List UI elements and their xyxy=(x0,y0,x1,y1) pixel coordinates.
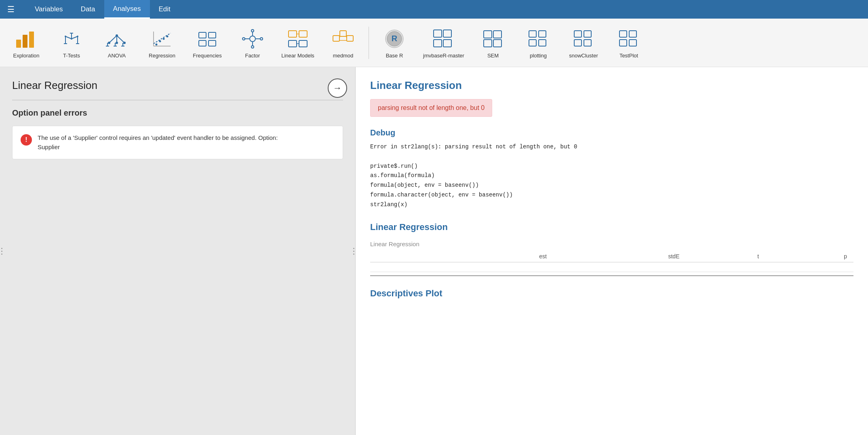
svg-rect-35 xyxy=(209,32,216,38)
regression-icon xyxy=(150,27,174,51)
right-panel: Linear Regression parsing result not of … xyxy=(356,67,868,435)
svg-line-57 xyxy=(346,36,347,38)
toolbar-base-r[interactable]: R Base R xyxy=(372,23,417,63)
base-r-label: Base R xyxy=(386,53,403,59)
sem-icon xyxy=(481,27,505,51)
toolbar-factor[interactable]: Factor xyxy=(230,23,275,63)
testplot-label: TestPlot xyxy=(619,53,638,59)
svg-line-7 xyxy=(72,36,78,39)
th-empty xyxy=(370,251,441,262)
svg-rect-48 xyxy=(299,31,307,37)
svg-text:R: R xyxy=(392,34,398,43)
left-resize-handle[interactable] xyxy=(0,243,3,259)
svg-line-56 xyxy=(339,36,340,38)
th-stde: stdE xyxy=(553,251,686,262)
debug-line-3: as.formula(formula) xyxy=(370,171,853,181)
nav-variables[interactable]: Variables xyxy=(26,0,72,19)
toolbar-plotting[interactable]: plotting xyxy=(516,23,560,63)
medmod-icon xyxy=(331,27,355,51)
svg-point-46 xyxy=(260,38,263,40)
error-text: The use of a 'Supplier' control requires… xyxy=(38,133,278,152)
svg-rect-1 xyxy=(23,35,27,48)
svg-point-33 xyxy=(166,36,169,38)
error-line2: Supplier xyxy=(38,144,60,150)
svg-rect-81 xyxy=(629,40,636,46)
nav-data[interactable]: Data xyxy=(72,0,104,19)
descriptives-title: Descriptives Plot xyxy=(370,288,853,299)
svg-point-38 xyxy=(250,36,255,42)
nav-edit[interactable]: Edit xyxy=(150,0,179,19)
section-title: Option panel errors xyxy=(12,108,343,118)
svg-rect-80 xyxy=(619,40,627,46)
svg-rect-47 xyxy=(289,31,297,37)
jmvbaser-label: jmvbaseR-master xyxy=(423,53,464,59)
svg-point-44 xyxy=(242,38,245,40)
svg-line-29 xyxy=(154,33,171,44)
svg-rect-79 xyxy=(629,31,636,37)
frequencies-icon xyxy=(195,27,219,51)
svg-rect-71 xyxy=(539,31,546,37)
exploration-label: Exploration xyxy=(13,53,39,59)
plotting-label: plotting xyxy=(530,53,547,59)
toolbar-ttests[interactable]: T-Tests xyxy=(49,23,94,63)
toolbar-snowcluster[interactable]: snowCluster xyxy=(561,23,606,63)
menu-icon[interactable]: ☰ xyxy=(4,2,18,17)
second-result-title: Linear Regression xyxy=(370,222,853,232)
svg-point-30 xyxy=(156,44,158,46)
svg-rect-78 xyxy=(619,31,627,37)
svg-rect-68 xyxy=(484,40,492,47)
toolbar-anova[interactable]: ANOVA xyxy=(95,23,139,63)
factor-icon xyxy=(240,27,265,51)
svg-rect-69 xyxy=(493,40,501,47)
right-resize-handle[interactable] xyxy=(352,243,355,259)
svg-rect-53 xyxy=(333,36,339,41)
toolbar-exploration[interactable]: Exploration xyxy=(4,23,48,63)
panel-divider xyxy=(12,100,343,100)
toolbar-linear-models[interactable]: Linear Models xyxy=(276,23,320,63)
plotting-icon xyxy=(526,27,550,51)
svg-point-42 xyxy=(251,46,254,48)
svg-rect-34 xyxy=(199,32,206,38)
toolbar-sem[interactable]: SEM xyxy=(471,23,515,63)
debug-line-2: private$.run() xyxy=(370,162,853,171)
svg-rect-54 xyxy=(340,31,346,36)
svg-point-40 xyxy=(251,30,254,32)
svg-rect-63 xyxy=(443,30,451,37)
svg-line-6 xyxy=(65,36,72,39)
linear-models-label: Linear Models xyxy=(281,53,314,59)
anova-label: ANOVA xyxy=(108,53,126,59)
anova-icon xyxy=(105,27,129,51)
svg-rect-37 xyxy=(209,40,216,46)
svg-rect-65 xyxy=(443,40,451,47)
svg-rect-70 xyxy=(529,31,536,37)
error-icon: ! xyxy=(21,134,32,146)
toolbar-frequencies[interactable]: Frequencies xyxy=(185,23,230,63)
debug-line-0: Error in str2lang(s): parsing result not… xyxy=(370,142,853,152)
nav-analyses[interactable]: Analyses xyxy=(104,0,150,19)
left-panel: Linear Regression → Option panel errors … xyxy=(0,67,356,435)
th-p: p xyxy=(765,251,853,262)
svg-rect-50 xyxy=(299,40,307,47)
debug-line-4: formula(object, env = baseenv()) xyxy=(370,181,853,190)
svg-rect-49 xyxy=(289,40,297,47)
linear-models-icon xyxy=(286,27,310,51)
navbar: ☰ Variables Data Analyses Edit xyxy=(0,0,868,19)
svg-rect-2 xyxy=(29,32,34,48)
svg-rect-76 xyxy=(574,40,581,46)
snowcluster-icon xyxy=(571,27,596,51)
arrow-button[interactable]: → xyxy=(328,78,347,98)
result-title: Linear Regression xyxy=(370,79,853,92)
testplot-icon xyxy=(617,27,641,51)
toolbar-testplot[interactable]: TestPlot xyxy=(607,23,651,63)
svg-point-32 xyxy=(163,38,165,40)
base-r-icon: R xyxy=(382,27,407,51)
toolbar-medmod[interactable]: medmod xyxy=(321,23,365,63)
svg-rect-73 xyxy=(539,40,546,46)
toolbar-regression[interactable]: Regression xyxy=(140,23,184,63)
toolbar-jmvbaser[interactable]: jmvbaseR-master xyxy=(417,23,470,63)
debug-line-6: str2lang(x) xyxy=(370,200,853,210)
svg-rect-72 xyxy=(529,40,536,46)
frequencies-label: Frequencies xyxy=(193,53,222,59)
svg-line-20 xyxy=(117,36,124,43)
table-row-empty xyxy=(370,262,853,272)
